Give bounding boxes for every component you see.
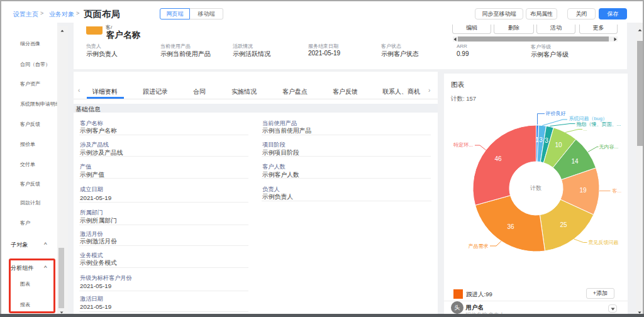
svg-text:3: 3: [539, 136, 543, 143]
svg-text:意见反馈问题: 意见反馈问题: [588, 240, 619, 245]
svg-text:3: 3: [545, 137, 548, 144]
svg-text:25: 25: [560, 221, 567, 228]
svg-text:14: 14: [571, 158, 579, 165]
svg-text:产品需求: 产品需求: [469, 243, 489, 249]
svg-text:拖怨（慢、页面、...: 拖怨（慢、页面、...: [576, 121, 621, 127]
svg-text:评价良好: 评价良好: [546, 111, 566, 116]
svg-text:36: 36: [507, 223, 514, 230]
svg-text:系统问题（bug）: 系统问题（bug）: [569, 116, 608, 121]
svg-text:10: 10: [555, 142, 562, 148]
svg-text:特定环...: 特定环...: [453, 142, 473, 148]
svg-text:客...: 客...: [613, 188, 622, 194]
svg-text:46: 46: [494, 155, 502, 162]
svg-text:无内容...: 无内容...: [599, 144, 619, 150]
svg-text:19: 19: [579, 187, 587, 194]
svg-text:...: ...: [584, 127, 587, 131]
svg-text:计数: 计数: [530, 185, 541, 191]
